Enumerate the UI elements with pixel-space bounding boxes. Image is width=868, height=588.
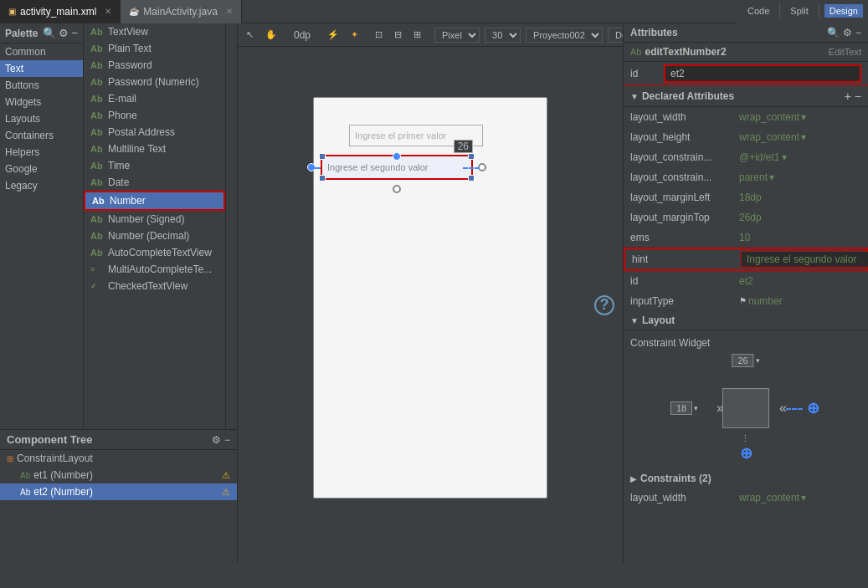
design-view-button[interactable]: Design xyxy=(824,4,863,18)
attr-name-constrain-2: layout_constrain... xyxy=(630,171,739,183)
palette-item-multiauto[interactable]: ≡ MultiAutoCompleteTe... xyxy=(84,261,225,278)
palette-item-multiline[interactable]: Ab Multiline Text xyxy=(84,141,225,157)
palette-close-icon[interactable]: − xyxy=(71,27,78,39)
palette-item-checkedtextview[interactable]: ✓ CheckedTextView xyxy=(84,278,225,294)
palette-item-plain-text[interactable]: Ab Plain Text xyxy=(84,40,225,57)
tab-close-xml[interactable]: ✕ xyxy=(105,7,111,16)
canvas-widget-2[interactable]: Ingrese el segundo valor xyxy=(321,155,473,180)
attributes-header-icons: 🔍 ⚙ − xyxy=(827,27,861,38)
cw-top-dropdown[interactable]: ▾ xyxy=(756,356,760,365)
component-tree-title: Component Tree xyxy=(7,433,93,446)
attr-value-text-layout-height: wrap_content xyxy=(739,131,799,143)
cw-left-dropdown[interactable]: ▾ xyxy=(694,404,698,412)
palette-category-legacy[interactable]: Legacy xyxy=(0,177,83,194)
canvas-column: ↖ ✋ 0dp ⚡ ✦ ⊡ ⊟ ⊞ Pixel 30 Proyecto002 xyxy=(238,23,623,563)
password-numeric-icon: Ab xyxy=(90,77,104,87)
multiline-icon: Ab xyxy=(90,144,104,154)
attr-dropdown-layout-width[interactable]: ▾ xyxy=(801,111,806,123)
attr-name-hint: hint xyxy=(632,253,741,265)
canvas-widget-1-hint: Ingrese el primer valor xyxy=(355,130,446,141)
zoom-select[interactable]: 30 xyxy=(485,28,521,43)
offset-btn[interactable]: 0dp xyxy=(290,28,314,43)
cw-plus-bottom[interactable]: ⊕ xyxy=(740,444,752,463)
palette-search-icon[interactable]: 🔍 xyxy=(43,27,56,39)
layout-section-toggle[interactable]: ▼ xyxy=(630,316,639,325)
palette-item-date[interactable]: Ab Date xyxy=(84,174,225,191)
tab-activity-main-xml[interactable]: ▣ activity_main.xml ✕ xyxy=(0,0,121,23)
palette-category-widgets[interactable]: Widgets xyxy=(0,94,83,110)
palette-item-postal[interactable]: Ab Postal Address xyxy=(84,124,225,141)
attributes-panel: Attributes 🔍 ⚙ − Ab editTextNumber2 Edit… xyxy=(623,23,868,563)
attr-value-hint-input[interactable] xyxy=(741,251,868,268)
palette-item-password[interactable]: Ab Password xyxy=(84,57,225,74)
palette-item-phone[interactable]: Ab Phone xyxy=(84,107,225,124)
constraint-widget-area: Constraint Widget 26 ▾ 18 ▾ » xyxy=(624,330,868,469)
attr-close-icon[interactable]: − xyxy=(855,27,861,38)
attr-id-input[interactable] xyxy=(664,64,861,83)
attr-row-margin-left: layout_marginLeft 18dp xyxy=(624,187,868,207)
textview-icon: Ab xyxy=(90,27,104,37)
tree-label-et1: et1 (Number) xyxy=(33,469,93,481)
select-mode-btn[interactable]: ↖ xyxy=(243,28,257,42)
handle-bl[interactable] xyxy=(319,175,326,182)
tree-item-et2[interactable]: Ab et2 (Number) ⚠ xyxy=(0,483,237,500)
attr-dropdown-constrain-2[interactable]: ▾ xyxy=(769,171,774,183)
palette-items-list: Ab TextView Ab Plain Text Ab Password Ab… xyxy=(84,23,226,429)
declared-attributes-add-btn[interactable]: + xyxy=(845,89,851,103)
palette-category-buttons[interactable]: Buttons xyxy=(0,77,83,94)
handle-tl[interactable] xyxy=(319,153,326,160)
constraints-section[interactable]: ▶ Constraints (2) xyxy=(624,469,868,488)
et1-warning-icon: ⚠ xyxy=(222,470,230,481)
palette-item-time[interactable]: Ab Time xyxy=(84,157,225,174)
palette-category-text[interactable]: Text xyxy=(0,60,83,77)
cw-left-group: 18 ▾ xyxy=(670,401,698,415)
declared-attributes-toggle[interactable]: ▼ xyxy=(630,92,639,101)
et2-warning-icon: ⚠ xyxy=(222,487,230,498)
attr-settings-icon[interactable]: ⚙ xyxy=(843,27,852,38)
palette-item-number-decimal[interactable]: Ab Number (Decimal) xyxy=(84,228,225,244)
palette-category-google[interactable]: Google xyxy=(0,161,83,177)
project-select[interactable]: Proyecto002 xyxy=(526,28,603,43)
code-view-button[interactable]: Code xyxy=(742,4,774,18)
attr-dropdown-bottom[interactable]: ▾ xyxy=(801,492,806,504)
guidelines-btn[interactable]: ⊞ xyxy=(410,28,424,42)
handle-br[interactable] xyxy=(468,175,475,182)
palette-settings-icon[interactable]: ⚙ xyxy=(59,27,69,39)
widget-name-label: editTextNumber2 xyxy=(645,46,726,58)
align-btn[interactable]: ⊟ xyxy=(391,28,405,42)
attr-dropdown-layout-height[interactable]: ▾ xyxy=(801,131,806,143)
component-tree-settings-icon[interactable]: ⚙ xyxy=(212,434,221,446)
tree-item-et1[interactable]: Ab et1 (Number) ⚠ xyxy=(0,467,237,483)
palette-item-password-numeric[interactable]: Ab Password (Numeric) xyxy=(84,74,225,90)
palette-item-textview[interactable]: Ab TextView xyxy=(84,23,225,40)
attr-search-icon[interactable]: 🔍 xyxy=(827,27,840,38)
tab-mainactivity-java[interactable]: ☕ MainActivity.java ✕ xyxy=(121,0,241,23)
palette-item-email[interactable]: Ab E-mail xyxy=(84,90,225,107)
cw-plus-right[interactable]: ⊕ xyxy=(807,399,819,417)
palette-item-autocomplete[interactable]: Ab AutoCompleteTextView xyxy=(84,244,225,261)
handle-bottom[interactable] xyxy=(393,185,401,193)
locale-select[interactable]: Default (en-us) xyxy=(608,28,623,43)
pan-mode-btn[interactable]: ✋ xyxy=(262,28,280,42)
palette-item-number[interactable]: Ab Number xyxy=(84,191,225,211)
palette-item-number-signed[interactable]: Ab Number (Signed) xyxy=(84,211,225,228)
handle-top[interactable] xyxy=(393,152,401,161)
handle-tr[interactable] xyxy=(468,153,475,160)
tab-close-java[interactable]: ✕ xyxy=(226,7,233,16)
split-view-button[interactable]: Split xyxy=(785,4,813,18)
tree-item-constraint-layout[interactable]: ⊞ ConstraintLayout xyxy=(0,450,237,467)
component-tree-close-icon[interactable]: − xyxy=(224,434,230,446)
palette-categories: Palette 🔍 ⚙ − Common Text Buttons Widget… xyxy=(0,23,84,429)
help-button[interactable]: ? xyxy=(594,295,614,315)
palette-item-label-plaintext: Plain Text xyxy=(108,43,152,54)
declared-attributes-remove-btn[interactable]: − xyxy=(855,89,861,103)
palette-category-helpers[interactable]: Helpers xyxy=(0,144,83,161)
constraint-off-btn[interactable]: ⚡ xyxy=(324,28,342,42)
pixel-select[interactable]: Pixel xyxy=(434,28,480,43)
palette-category-common[interactable]: Common xyxy=(0,43,83,60)
pack-btn[interactable]: ⊡ xyxy=(372,28,386,42)
attr-dropdown-constrain-1[interactable]: ▾ xyxy=(782,151,787,163)
magic-wand-btn[interactable]: ✦ xyxy=(347,28,362,42)
palette-category-layouts[interactable]: Layouts xyxy=(0,110,83,127)
palette-category-containers[interactable]: Containers xyxy=(0,127,83,144)
